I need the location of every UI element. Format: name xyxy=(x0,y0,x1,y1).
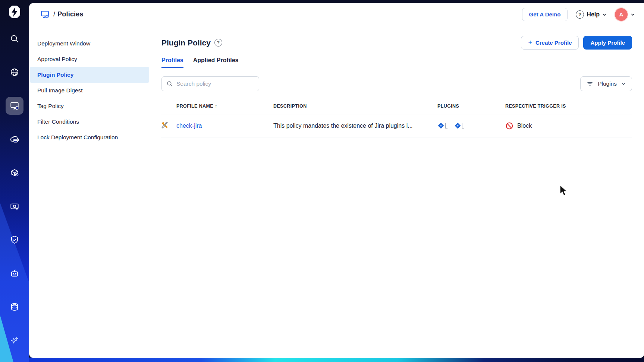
chevron-down-icon xyxy=(621,82,626,86)
description-cell: This policy mandates the existence of Ji… xyxy=(273,123,437,129)
rail-globe[interactable] xyxy=(6,63,23,81)
monitor-gear-icon xyxy=(10,101,19,111)
icon-rail xyxy=(0,0,29,362)
page-title: Plugin Policy xyxy=(161,38,211,47)
rail-cost[interactable] xyxy=(6,197,23,215)
tools-icon xyxy=(161,121,169,129)
profile-type-cell xyxy=(161,121,176,131)
column-description: DESCRIPTION xyxy=(273,104,437,109)
trigger-label: Block xyxy=(517,123,532,129)
search-policy-input[interactable] xyxy=(176,80,254,87)
cloud-repo-icon xyxy=(10,134,19,144)
chevron-down-icon xyxy=(631,12,635,17)
breadcrumb[interactable]: /Policies xyxy=(40,10,84,19)
policies-monitor-icon xyxy=(40,10,50,19)
create-profile-label: Create Profile xyxy=(535,39,572,46)
column-respective-trigger: RESPECTIVE TRIGGER IS xyxy=(505,104,632,109)
table-header-row: PROFILE NAME↑ DESCRIPTION PLUGINS RESPEC… xyxy=(161,98,632,114)
sidebar-item-plugin-policy[interactable]: Plugin Policy xyxy=(30,67,149,83)
help-label: Help xyxy=(587,11,600,18)
search-icon xyxy=(10,34,19,44)
sidebar-item-tag-policy[interactable]: Tag Policy xyxy=(30,98,149,114)
globe-icon xyxy=(10,67,19,77)
rail-bot[interactable] xyxy=(6,264,23,282)
rail-deploy-policies[interactable] xyxy=(6,97,23,115)
help-menu[interactable]: ? Help xyxy=(576,10,607,19)
tab-profiles[interactable]: Profiles xyxy=(161,57,183,68)
rail-search[interactable] xyxy=(6,30,23,48)
sidebar-item-pull-image-digest[interactable]: Pull Image Digest xyxy=(30,83,149,98)
title-help-icon[interactable]: ? xyxy=(214,39,222,47)
chevron-down-icon xyxy=(602,12,607,17)
apply-profile-button[interactable]: Apply Profile xyxy=(583,36,632,50)
rail-ai[interactable] xyxy=(6,331,23,349)
shield-check-icon xyxy=(10,235,19,245)
rail-cloud-repo[interactable] xyxy=(6,130,23,148)
sidebar-item-filter-conditions[interactable]: Filter Conditions xyxy=(30,114,149,130)
table-row: check-jira This policy mandates the exis… xyxy=(161,114,632,137)
database-sync-icon xyxy=(10,302,19,312)
block-icon xyxy=(505,122,513,130)
logo-bolt-hexagon-icon xyxy=(7,4,22,19)
plugins-filter-label: Plugins xyxy=(598,80,617,87)
tab-applied-profiles[interactable]: Applied Profiles xyxy=(193,57,239,68)
sort-asc-icon: ↑ xyxy=(215,103,217,109)
package-gear-icon xyxy=(10,168,19,178)
filter-icon xyxy=(587,80,593,87)
trigger-cell: Block xyxy=(505,122,632,130)
search-icon xyxy=(166,80,173,87)
app-window: /Policies Get A Demo ? Help A Deployment… xyxy=(29,3,644,358)
bottom-gradient-strip xyxy=(29,358,644,362)
column-plugins: PLUGINS xyxy=(437,104,505,109)
rail-security[interactable] xyxy=(6,231,23,249)
plugin-policy-panel: Plugin Policy ? + Create Profile Apply P… xyxy=(150,26,644,358)
get-a-demo-button[interactable]: Get A Demo xyxy=(522,8,568,21)
breadcrumb-label: /Policies xyxy=(53,10,84,18)
jira-plugin-icon[interactable] xyxy=(454,122,464,129)
avatar: A xyxy=(615,8,628,21)
top-header: /Policies Get A Demo ? Help A xyxy=(29,3,644,26)
sparkles-icon xyxy=(10,336,19,345)
policies-sidebar: Deployment Window Approval Policy Plugin… xyxy=(29,26,150,358)
rail-package[interactable] xyxy=(6,164,23,182)
jira-plugin-icon[interactable] xyxy=(437,122,447,129)
sidebar-item-deployment-window[interactable]: Deployment Window xyxy=(30,36,149,51)
sidebar-item-lock-deployment-configuration[interactable]: Lock Deployment Configuration xyxy=(30,130,149,145)
profiles-table: PROFILE NAME↑ DESCRIPTION PLUGINS RESPEC… xyxy=(161,98,632,137)
app-logo[interactable] xyxy=(6,4,23,19)
plugins-filter-dropdown[interactable]: Plugins xyxy=(580,76,632,91)
help-icon: ? xyxy=(576,10,584,19)
tabs: Profiles Applied Profiles xyxy=(161,57,632,68)
cost-icon xyxy=(10,201,19,211)
sidebar-item-approval-policy[interactable]: Approval Policy xyxy=(30,51,149,67)
rail-database[interactable] xyxy=(6,298,23,316)
column-profile-name[interactable]: PROFILE NAME↑ xyxy=(176,103,273,109)
plus-icon: + xyxy=(528,39,532,47)
search-policy-box xyxy=(161,76,259,91)
user-menu[interactable]: A xyxy=(615,8,635,21)
plugins-cell xyxy=(437,122,505,129)
create-profile-button[interactable]: + Create Profile xyxy=(521,36,579,50)
bot-icon xyxy=(10,269,19,278)
profile-name-cell: check-jira xyxy=(176,123,273,129)
profile-name-link[interactable]: check-jira xyxy=(176,123,202,129)
